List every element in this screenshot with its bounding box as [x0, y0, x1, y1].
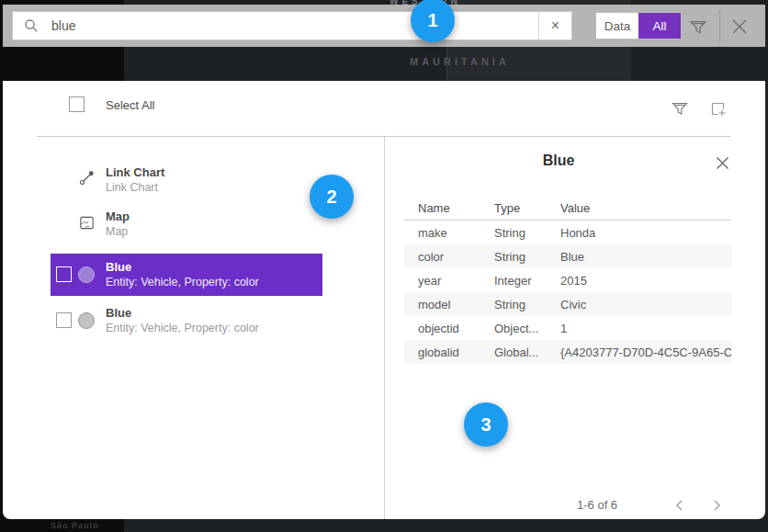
table-row: make String Honda [404, 221, 731, 244]
search-results-panel: Select All Link Chart Link Char [3, 81, 765, 519]
close-search-icon[interactable] [730, 17, 749, 36]
table-row: year Integer 2015 [404, 268, 731, 292]
page-next-icon[interactable] [710, 499, 723, 512]
table-row: globalid Global... {A4203777-D70D-4C5C-9… [404, 340, 731, 364]
callout-badge-3: 3 [464, 402, 508, 447]
cell-name: globalid [404, 345, 480, 359]
attribute-table-header: Name Type Value [404, 197, 731, 221]
result-subtitle: Entity: Vehicle, Property: color [106, 321, 259, 335]
detail-close-icon[interactable] [716, 156, 729, 170]
toolbar-filter-icon[interactable] [688, 17, 708, 37]
results-header: Select All [3, 81, 765, 136]
cell-name: objectid [404, 322, 480, 335]
result-title: Blue [106, 260, 259, 275]
pagination: 1-6 of 6 [384, 494, 733, 518]
cell-value: {A4203777-D70D-4C5C-9A65-C... [547, 345, 731, 359]
cell-type: String [480, 226, 547, 240]
callout-badge-2: 2 [310, 175, 354, 219]
cell-value: 1 [547, 322, 731, 335]
result-title: Link Chart [106, 165, 164, 180]
cell-value: Honda [547, 226, 731, 240]
select-all-label: Select All [106, 98, 154, 112]
search-input[interactable]: blue × [12, 11, 572, 40]
cell-name: make [404, 226, 480, 240]
entity-circle-icon [78, 312, 95, 329]
map-icon [78, 214, 96, 232]
search-mode-toggle: Data All [595, 12, 682, 40]
search-query-text[interactable]: blue [51, 18, 538, 33]
col-name: Name [404, 201, 480, 215]
link-chart-icon [78, 169, 96, 187]
result-checkbox[interactable] [56, 266, 72, 282]
pagination-label: 1-6 of 6 [577, 498, 617, 512]
cell-name: model [404, 298, 480, 311]
list-item-blue-selected[interactable]: Blue Entity: Vehicle, Property: color [3, 254, 384, 296]
cell-type: Global... [480, 345, 547, 359]
cell-name: color [404, 250, 480, 264]
toolbar-divider [719, 10, 720, 41]
entity-circle-icon [78, 266, 95, 283]
result-title: Blue [106, 306, 259, 321]
search-toolbar: blue × Data All [3, 5, 765, 47]
mode-all-button[interactable]: All [638, 13, 681, 39]
result-subtitle: Entity: Vehicle, Property: color [106, 275, 259, 289]
table-row: model String Civic [404, 292, 731, 316]
add-to-selection-icon[interactable] [708, 99, 728, 119]
list-detail-divider [384, 137, 385, 519]
clear-search-button[interactable]: × [538, 12, 571, 40]
attribute-table: Name Type Value make String Honda color … [404, 197, 731, 364]
page-previous-icon[interactable] [673, 499, 686, 512]
result-subtitle: Map [106, 224, 130, 239]
result-checkbox[interactable] [56, 312, 72, 328]
detail-title: Blue [384, 153, 733, 169]
mode-data-button[interactable]: Data [596, 13, 638, 39]
col-value: Value [547, 201, 731, 215]
select-all-checkbox[interactable] [69, 96, 85, 112]
cell-type: String [480, 250, 547, 264]
search-icon [24, 18, 39, 33]
search-results-screen: WESTERN MAURITANIA São Paulo blue × Data… [0, 0, 768, 532]
map-label-sao-paulo: São Paulo [51, 521, 99, 530]
result-title: Map [106, 209, 130, 224]
callout-badge-1: 1 [411, 0, 455, 42]
cell-value: 2015 [547, 274, 731, 288]
cell-name: year [404, 274, 480, 288]
table-row: color String Blue [404, 244, 731, 268]
col-type: Type [480, 201, 547, 215]
cell-type: Integer [480, 274, 547, 288]
list-item-blue[interactable]: Blue Entity: Vehicle, Property: color [3, 300, 384, 342]
results-filter-icon[interactable] [671, 99, 689, 118]
cell-type: Object... [480, 322, 547, 335]
cell-type: String [480, 298, 547, 311]
cell-value: Civic [547, 298, 731, 311]
map-label-mauritania: MAURITANIA [410, 56, 510, 67]
result-subtitle: Link Chart [106, 180, 164, 195]
cell-value: Blue [547, 250, 731, 264]
table-row: objectid Object... 1 [404, 316, 731, 340]
